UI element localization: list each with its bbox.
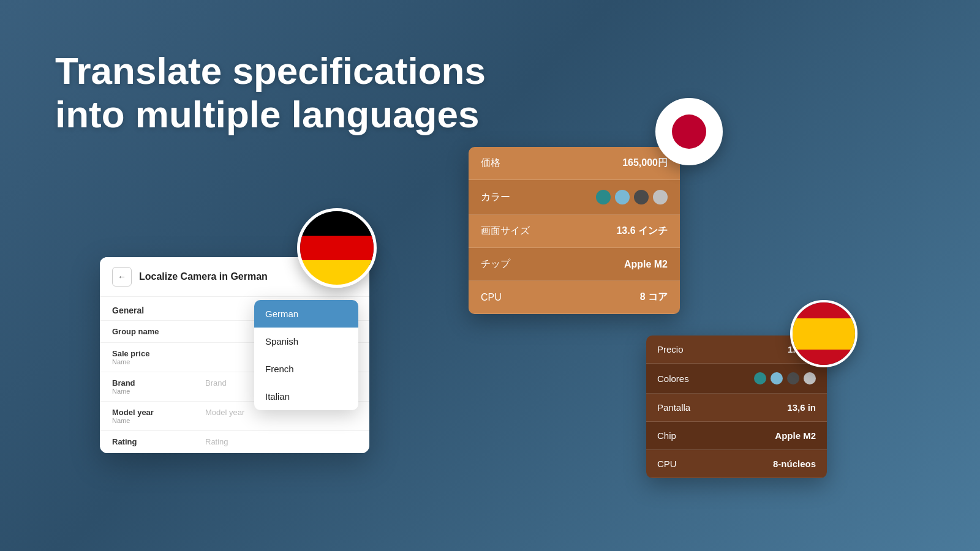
- es-value-screen: 13,6 in: [787, 402, 816, 413]
- es-label-screen: Pantalla: [657, 402, 690, 413]
- field-sub-brand: Name: [112, 388, 198, 395]
- japan-product-card: 価格 165,000円 カラー 画面サイズ 13.6 インチ チップ Apple…: [469, 147, 680, 314]
- dropdown-item-french[interactable]: French: [254, 355, 358, 383]
- es-label-price: Precio: [657, 344, 684, 354]
- es-label-chip: Chip: [657, 430, 676, 441]
- language-dropdown[interactable]: German Spanish French Italian: [254, 300, 358, 410]
- es-dot-1: [754, 372, 766, 384]
- jp-row-color: カラー: [469, 180, 680, 215]
- es-dot-3: [787, 372, 799, 384]
- jp-label-screen: 画面サイズ: [481, 225, 530, 238]
- es-value-chip: Apple M2: [775, 430, 816, 441]
- jp-label-price: 価格: [481, 157, 500, 170]
- flag-spain-icon: [790, 300, 858, 367]
- jp-dot-4: [653, 190, 668, 204]
- jp-value-screen: 13.6 インチ: [616, 225, 668, 238]
- es-row-chip: Chip Apple M2: [646, 422, 827, 450]
- es-color-dots: [754, 372, 816, 384]
- jp-value-chip: Apple M2: [624, 259, 668, 270]
- es-row-color: Colores: [646, 364, 827, 394]
- field-sub-saleprice: Name: [112, 358, 198, 365]
- jp-dot-2: [615, 190, 630, 204]
- flag-germany-icon: [297, 208, 377, 288]
- jp-value-cpu: 8 コア: [640, 291, 668, 304]
- dropdown-item-german[interactable]: German: [254, 300, 358, 328]
- dropdown-item-spanish[interactable]: Spanish: [254, 328, 358, 355]
- jp-row-price: 価格 165,000円: [469, 147, 680, 180]
- flag-japan-icon: [655, 98, 723, 165]
- es-row-cpu: CPU 8-núcleos: [646, 450, 827, 478]
- field-name-brand: Brand: [112, 378, 198, 388]
- field-name-modelyear: Model year: [112, 408, 198, 417]
- es-label-cpu: CPU: [657, 459, 677, 469]
- panel-row-rating: Rating Rating: [100, 431, 369, 453]
- jp-row-screen: 画面サイズ 13.6 インチ: [469, 215, 680, 248]
- field-name-groupname: Group name: [112, 327, 198, 336]
- dropdown-item-italian[interactable]: Italian: [254, 383, 358, 410]
- jp-label-chip: チップ: [481, 258, 510, 271]
- es-label-color: Colores: [657, 373, 689, 384]
- field-name-rating: Rating: [112, 437, 198, 446]
- es-row-screen: Pantalla 13,6 in: [646, 394, 827, 422]
- es-value-cpu: 8-núcleos: [773, 459, 816, 469]
- back-button[interactable]: ←: [112, 267, 132, 287]
- jp-label-cpu: CPU: [481, 292, 502, 303]
- es-dot-4: [804, 372, 816, 384]
- jp-color-dots: [596, 190, 668, 204]
- panel-title: Localize Camera in German: [139, 271, 268, 282]
- jp-dot-1: [596, 190, 611, 204]
- jp-dot-3: [634, 190, 649, 204]
- field-sub-modelyear: Name: [112, 417, 198, 424]
- jp-row-chip: チップ Apple M2: [469, 248, 680, 281]
- es-dot-2: [771, 372, 783, 384]
- field-name-saleprice: Sale price: [112, 349, 198, 358]
- jp-label-color: カラー: [481, 191, 510, 204]
- jp-row-cpu: CPU 8 コア: [469, 281, 680, 314]
- jp-value-price: 165,000円: [622, 157, 668, 170]
- field-value-rating[interactable]: Rating: [205, 437, 357, 446]
- hero-title: Translate specifications into multiple l…: [55, 49, 496, 137]
